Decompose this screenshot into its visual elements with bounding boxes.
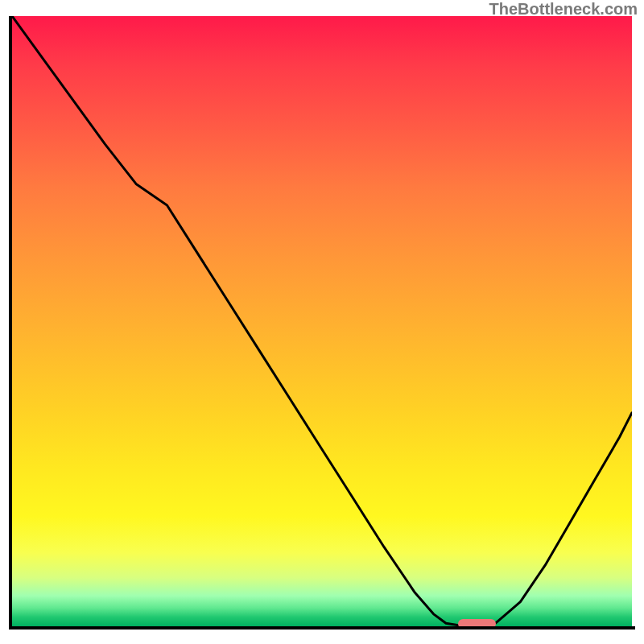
watermark-text: TheBottleneck.com <box>489 0 638 19</box>
y-axis <box>9 16 12 630</box>
x-axis <box>9 626 635 630</box>
chart-container: TheBottleneck.com <box>0 0 644 644</box>
bottleneck-curve <box>12 16 632 626</box>
